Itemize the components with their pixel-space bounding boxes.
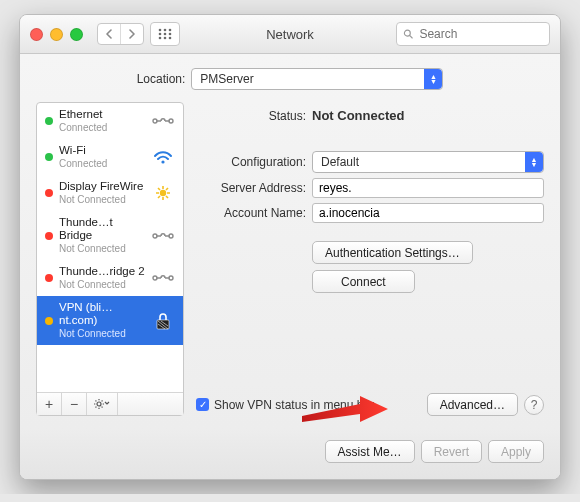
- service-status: Not Connected: [59, 327, 145, 340]
- svg-point-31: [97, 402, 101, 406]
- lock-icon: [151, 311, 175, 331]
- service-text: Display FireWireNot Connected: [59, 180, 145, 206]
- service-item[interactable]: Wi-FiConnected: [37, 139, 183, 175]
- service-sidebar: EthernetConnectedWi-FiConnectedDisplay F…: [36, 102, 184, 416]
- service-item[interactable]: VPN (bli…nt.com)Not Connected: [37, 296, 183, 345]
- service-text: VPN (bli…nt.com)Not Connected: [59, 301, 145, 340]
- svg-line-22: [166, 188, 168, 190]
- location-popup[interactable]: PMServer ▲▼: [191, 68, 443, 90]
- status-dot-icon: [45, 274, 53, 282]
- svg-point-1: [164, 29, 167, 32]
- firewire-icon: [151, 183, 175, 203]
- location-row: Location: PMServer ▲▼: [36, 68, 544, 90]
- status-row: Status: Not Connected: [196, 108, 544, 123]
- svg-point-11: [153, 119, 157, 123]
- svg-point-5: [169, 33, 172, 36]
- service-list[interactable]: EthernetConnectedWi-FiConnectedDisplay F…: [37, 103, 183, 392]
- svg-line-37: [102, 407, 103, 408]
- status-label: Status:: [196, 109, 306, 123]
- search-input[interactable]: [417, 26, 543, 42]
- service-name: Ethernet: [59, 108, 145, 121]
- auth-settings-button[interactable]: Authentication Settings…: [312, 241, 473, 264]
- connect-button[interactable]: Connect: [312, 270, 415, 293]
- advanced-button[interactable]: Advanced…: [427, 393, 518, 416]
- svg-point-14: [160, 190, 166, 196]
- sidebar-toolbar: + −: [37, 392, 183, 415]
- status-dot-icon: [45, 153, 53, 161]
- service-item[interactable]: Thunde…t BridgeNot Connected: [37, 211, 183, 260]
- svg-point-2: [169, 29, 172, 32]
- svg-point-6: [159, 37, 162, 40]
- close-window-button[interactable]: [30, 28, 43, 41]
- service-text: Thunde…t BridgeNot Connected: [59, 216, 145, 255]
- service-status: Not Connected: [59, 278, 145, 291]
- revert-button[interactable]: Revert: [421, 440, 482, 463]
- service-item[interactable]: Thunde…ridge 2Not Connected: [37, 260, 183, 296]
- service-name: Thunde…t Bridge: [59, 216, 145, 242]
- service-text: Thunde…ridge 2Not Connected: [59, 265, 145, 291]
- svg-line-20: [166, 196, 168, 198]
- server-address-input[interactable]: [312, 178, 544, 198]
- service-name: VPN (bli…nt.com): [59, 301, 145, 327]
- svg-point-7: [164, 37, 167, 40]
- network-preferences-window: Network Location: PMServer ▲▼ EthernetCo…: [19, 14, 561, 480]
- svg-line-10: [410, 35, 413, 38]
- add-service-button[interactable]: +: [37, 393, 62, 415]
- service-name: Thunde…ridge 2: [59, 265, 145, 278]
- wifi-icon: [151, 147, 175, 167]
- svg-point-23: [153, 234, 157, 238]
- service-text: Wi-FiConnected: [59, 144, 145, 170]
- nav-segmented: [97, 23, 144, 45]
- svg-point-26: [169, 276, 173, 280]
- service-status: Not Connected: [59, 193, 145, 206]
- status-dot-icon: [45, 189, 53, 197]
- chevron-updown-icon: ▲▼: [424, 69, 442, 89]
- gear-icon: [93, 398, 111, 410]
- footer: Assist Me… Revert Apply: [20, 428, 560, 479]
- show-all-button[interactable]: [150, 22, 180, 46]
- menubar-checkbox-row[interactable]: ✓ Show VPN status in menu bar: [196, 398, 374, 412]
- service-name: Wi-Fi: [59, 144, 145, 157]
- server-row: Server Address:: [196, 178, 544, 198]
- service-name: Display FireWire: [59, 180, 145, 193]
- traffic-lights: [30, 28, 83, 41]
- svg-point-25: [153, 276, 157, 280]
- svg-point-4: [164, 33, 167, 36]
- account-name-input[interactable]: [312, 203, 544, 223]
- service-text: EthernetConnected: [59, 108, 145, 134]
- service-item[interactable]: Display FireWireNot Connected: [37, 175, 183, 211]
- status-dot-icon: [45, 232, 53, 240]
- menubar-checkbox[interactable]: ✓: [196, 398, 209, 411]
- svg-point-24: [169, 234, 173, 238]
- back-button[interactable]: [98, 24, 120, 44]
- svg-line-39: [102, 401, 103, 402]
- zoom-window-button[interactable]: [70, 28, 83, 41]
- service-status: Not Connected: [59, 242, 145, 255]
- configuration-popup[interactable]: Default ▲▼: [312, 151, 544, 173]
- minimize-window-button[interactable]: [50, 28, 63, 41]
- body: Location: PMServer ▲▼ EthernetConnectedW…: [20, 54, 560, 428]
- service-item[interactable]: EthernetConnected: [37, 103, 183, 139]
- assist-me-button[interactable]: Assist Me…: [325, 440, 415, 463]
- forward-button[interactable]: [120, 24, 143, 44]
- svg-line-19: [158, 188, 160, 190]
- server-label: Server Address:: [196, 181, 306, 195]
- help-button[interactable]: ?: [524, 395, 544, 415]
- remove-service-button[interactable]: −: [62, 393, 87, 415]
- account-row: Account Name:: [196, 203, 544, 223]
- columns: EthernetConnectedWi-FiConnectedDisplay F…: [36, 102, 544, 416]
- status-dot-icon: [45, 117, 53, 125]
- status-dot-icon: [45, 317, 53, 325]
- titlebar: Network: [20, 15, 560, 54]
- action-menu-button[interactable]: [87, 393, 118, 415]
- ethernet-icon: [151, 111, 175, 131]
- bottom-row: ✓ Show VPN status in menu bar Advanced… …: [196, 393, 544, 416]
- configuration-label: Configuration:: [196, 155, 306, 169]
- search-field-wrap[interactable]: [396, 22, 550, 46]
- status-value: Not Connected: [312, 108, 404, 123]
- chevron-updown-icon: ▲▼: [525, 152, 543, 172]
- svg-line-36: [96, 401, 97, 402]
- account-label: Account Name:: [196, 206, 306, 220]
- location-value: PMServer: [200, 72, 253, 86]
- apply-button[interactable]: Apply: [488, 440, 544, 463]
